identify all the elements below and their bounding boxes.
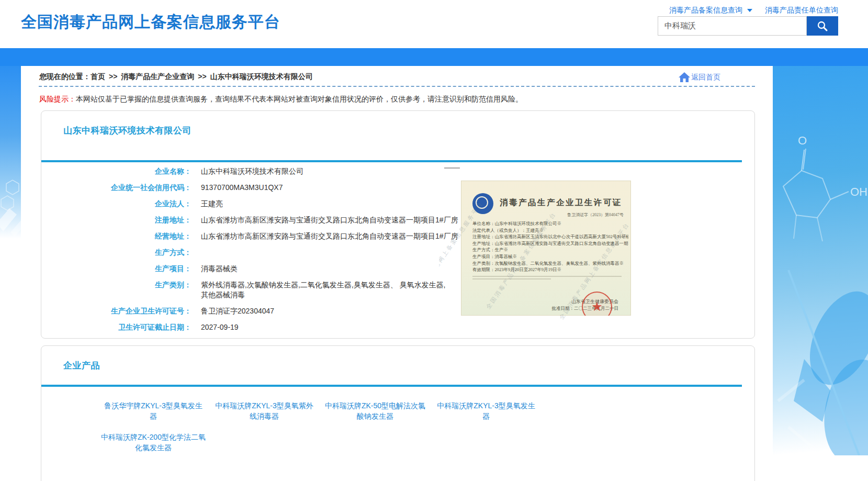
risk-notice: 风险提示：本网站仅基于已掌握的信息提供查询服务，查询结果不代表本网站对被查询对象… xyxy=(39,95,754,104)
section-divider xyxy=(41,160,742,162)
background-right-decoration: O OH xyxy=(773,66,868,455)
certificate-line: 生产方式：生产※ xyxy=(472,247,628,253)
field-row-company-name: 企业名称：山东中科瑞沃环境技术有限公司 xyxy=(41,166,754,176)
field-row-business-address: 经营地址：山东省潍坊市高新区潍安路与宝通街交叉路口东北角自动变速器一期项目1#厂… xyxy=(41,231,754,241)
certificate-line: 生产类别：次氯酸钠发生器、二氧化氯发生器、臭氧发生器、紫外线消毒器※ xyxy=(472,260,628,267)
dashed-divider xyxy=(39,86,755,87)
chemistry-molecule-decoration: O OH xyxy=(773,66,868,455)
search-button[interactable] xyxy=(807,16,838,36)
content-panel: 您现在的位置：首页>>消毒产品生产企业查询>>山东中科瑞沃环境技术有限公司 返回… xyxy=(21,66,773,481)
field-row-license-number: 生产企业卫生许可证号：鲁卫消证字202304047 xyxy=(41,306,754,316)
certificate-line: 单位名称：山东中科瑞沃环境技术有限公司※ xyxy=(472,220,628,227)
section-divider xyxy=(41,385,742,387)
background-left-decoration xyxy=(0,66,21,239)
nav-link-record-info-query[interactable]: 消毒产品备案信息查询 xyxy=(669,6,752,15)
field-row-production-project: 生产项目：消毒器械类 xyxy=(41,264,754,274)
breadcrumb: 您现在的位置：首页>>消毒产品生产企业查询>>山东中科瑞沃环境技术有限公司 xyxy=(39,72,773,82)
product-link[interactable]: 中科瑞沃牌ZK-200型化学法二氧化氯发生器 xyxy=(101,432,206,453)
top-nav: 消毒产品备案信息查询 消毒产品责任单位查询 xyxy=(669,6,838,15)
site-title: 全国消毒产品网上备案信息服务平台 xyxy=(21,12,280,33)
breadcrumb-item-home[interactable]: 首页 xyxy=(91,72,105,81)
field-row-production-category: 生产类别：紫外线消毒器,次氯酸钠发生器,二氧化氯发生器,臭氧发生器、 臭氧水发生… xyxy=(41,280,754,300)
company-info-card: 山东中科瑞沃环境技术有限公司 企业名称：山东中科瑞沃环境技术有限公司 企业统一社… xyxy=(41,110,755,339)
field-row-production-method: 生产方式： xyxy=(41,248,754,258)
breadcrumb-item-enterprise-query[interactable]: 消毒产品生产企业查询 xyxy=(121,72,194,81)
certificate-line: 有效期限：2023年9月20日至2027年9月19日※ xyxy=(472,266,628,273)
chevron-down-icon xyxy=(747,9,752,12)
field-row-registered-address: 注册地址：山东省潍坊市高新区潍安路与宝通街交叉路口东北角自动变速器一期项目1#厂… xyxy=(41,215,754,225)
risk-notice-label: 风险提示： xyxy=(39,95,76,103)
products-grid: 鲁沃华宇牌ZKYL-3型臭氧发生器 中科瑞沃牌ZKYL-3型臭氧紫外线消毒器 中… xyxy=(98,400,754,453)
hexagon-pattern-decoration xyxy=(0,66,21,239)
product-link[interactable]: 鲁沃华宇牌ZKYL-3型臭氧发生器 xyxy=(101,400,206,421)
certificate-line: 生产项目：消毒器械※ xyxy=(472,253,628,260)
product-link[interactable]: 中科瑞沃牌ZK-50型电解法次氯酸钠发生器 xyxy=(323,400,427,421)
nav-link-responsible-unit-query[interactable]: 消毒产品责任单位查询 xyxy=(765,6,838,15)
company-products-card: 企业产品 鲁沃华宇牌ZKYL-3型臭氧发生器 中科瑞沃牌ZKYL-3型臭氧紫外线… xyxy=(41,345,755,481)
certificate-fine-print xyxy=(472,276,622,277)
breadcrumb-prefix: 您现在的位置： xyxy=(39,72,91,81)
svg-text:O: O xyxy=(798,134,807,147)
banner-bar xyxy=(0,48,868,66)
search-input[interactable] xyxy=(658,16,807,36)
certificate-fine-print xyxy=(472,278,551,279)
search-bar xyxy=(658,16,838,36)
field-row-legal-person: 企业法人：王建亮 xyxy=(41,199,754,209)
risk-notice-text: 本网站仅基于已掌握的信息提供查询服务，查询结果不代表本网站对被查询对象信用状况的… xyxy=(76,95,523,103)
company-fields: 企业名称：山东中科瑞沃环境技术有限公司 企业统一社会信用代码：91370700M… xyxy=(41,166,754,332)
certificate-title: 消毒产品生产企业卫生许可证 xyxy=(500,197,622,208)
red-seal-icon: ★ xyxy=(582,292,612,316)
nav-link-record-info-label: 消毒产品备案信息查询 xyxy=(669,6,742,15)
certificate-line: 生产地址：山东省潍坊市高新区潍安路与宝通街交叉路口东北角自动变速器一期项目1#厂… xyxy=(472,240,628,247)
svg-text:OH: OH xyxy=(850,185,867,198)
product-link[interactable]: 中科瑞沃牌ZKYL-3型臭氧发生器 xyxy=(434,400,538,421)
breadcrumb-separator: >> xyxy=(109,72,117,81)
products-card-title: 企业产品 xyxy=(41,346,754,372)
home-icon xyxy=(679,72,690,82)
breadcrumb-item-company: 山东中科瑞沃环境技术有限公司 xyxy=(210,72,313,81)
certificate-number: 鲁卫消证字（2023）第04047号 xyxy=(567,212,624,218)
certificate-body-text: 单位名称：山东中科瑞沃环境技术有限公司※ 法定代表人（或负责人）：王建亮※ 注册… xyxy=(472,220,628,273)
certificate-emblem-icon xyxy=(472,193,493,214)
certificate-line: 注册地址：山东省潍坊高新区玉清东街以北中心次干道以西高新大厦502号科研楼 xyxy=(472,233,628,240)
scan-dash-mark xyxy=(444,167,460,169)
page: 全国消毒产品网上备案信息服务平台 消毒产品备案信息查询 消毒产品责任单位查询 xyxy=(0,0,868,481)
back-home-link[interactable]: 返回首页 xyxy=(679,72,720,82)
field-row-credit-code: 企业统一社会信用代码：91370700MA3M3U1QX7 xyxy=(41,183,754,193)
license-certificate-image: 消毒产品生产企业卫生许可证 鲁卫消证字（2023）第04047号 单位名称：山东… xyxy=(461,181,631,316)
back-home-label: 返回首页 xyxy=(691,73,720,82)
certificate-line: 法定代表人（或负责人）：王建亮※ xyxy=(472,227,628,234)
breadcrumb-row: 您现在的位置：首页>>消毒产品生产企业查询>>山东中科瑞沃环境技术有限公司 返回… xyxy=(21,66,773,86)
company-card-title: 山东中科瑞沃环境技术有限公司 xyxy=(41,111,754,137)
product-link[interactable]: 中科瑞沃牌ZKYL-3型臭氧紫外线消毒器 xyxy=(212,400,317,421)
breadcrumb-separator: >> xyxy=(198,72,206,81)
search-icon xyxy=(816,20,829,32)
site-header: 全国消毒产品网上备案信息服务平台 消毒产品备案信息查询 消毒产品责任单位查询 xyxy=(0,0,868,48)
field-row-license-expiry: 卫生许可证截止日期：2027-09-19 xyxy=(41,322,754,332)
